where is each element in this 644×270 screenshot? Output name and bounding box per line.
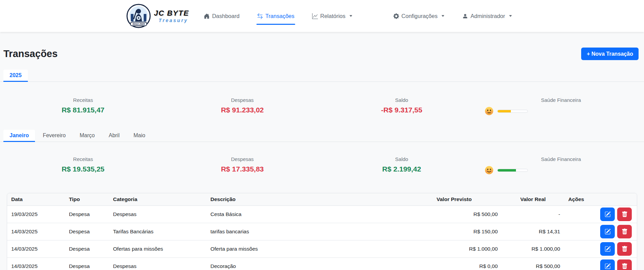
edit-button[interactable] [600,242,615,256]
nav-dashboard-label: Dashboard [212,13,239,19]
trash-icon [622,211,628,217]
brand-logo[interactable]: Since 2020 JC Byte Treasury [126,4,189,28]
saldo-value: -R$ 9.317,55 [322,106,481,114]
delete-button[interactable] [617,259,632,270]
month-saude-financeira: Saúde Financeira [481,156,641,175]
cell-valor-previsto: R$ 0,00 [407,258,502,270]
year-receitas: Receitas R$ 81.915,47 [3,97,163,115]
transactions-table: Data Tipo Categoria Descrição Valor Prev… [7,193,637,270]
month-despesas: Despesas R$ 17.335,83 [163,156,322,175]
main-nav: Dashboard Transações Relatórios [204,13,353,19]
despesas-value: R$ 17.335,83 [163,165,322,173]
edit-button[interactable] [600,259,615,270]
nav-administrador[interactable]: Administrador [462,13,512,19]
page-header: Transações + Nova Transação [0,48,644,60]
col-valor-real: Valor Real [502,193,564,206]
col-descricao: Descrição [206,193,406,206]
table-row: 19/03/2025 Despesa Despesas Cesta Básica… [7,206,637,223]
cell-valor-previsto: R$ 1.000,00 [407,240,502,258]
cell-tipo: Despesa [65,206,109,223]
delete-button[interactable] [617,208,632,221]
delete-button[interactable] [617,225,632,238]
pencil-square-icon [605,263,611,269]
nav-relatorios[interactable]: Relatórios [312,13,353,19]
tab-marco[interactable]: Março [74,130,101,142]
pencil-square-icon [605,246,611,252]
col-categoria: Categoria [109,193,207,206]
chart-line-icon [312,13,318,19]
month-tabs: Janeiro Fevereiro Março Abril Maio [0,130,644,142]
cell-categoria: Despesas [109,258,207,270]
cell-tipo: Despesa [65,240,109,258]
transfer-arrows-icon [257,13,263,19]
nav-transacoes[interactable]: Transações [257,13,294,19]
nav-relatorios-label: Relatórios [320,13,345,19]
nav-dashboard[interactable]: Dashboard [204,13,239,19]
month-health-progressbar [497,169,528,172]
person-icon [462,13,468,19]
cell-descricao: tarifas bancarias [206,223,406,240]
receitas-value: R$ 81.915,47 [3,106,163,114]
new-transaction-button[interactable]: + Nova Transação [581,48,639,60]
saldo-label: Saldo [322,97,481,103]
table-row: 14/03/2025 Despesa Ofertas para missões … [7,240,637,258]
nav-configuracoes[interactable]: Configurações [393,13,445,19]
nav-transacoes-label: Transações [265,13,294,19]
despesas-label: Despesas [163,97,322,103]
cell-descricao: Decoração [206,258,406,270]
tab-abril[interactable]: Abril [103,130,126,142]
cell-valor-real: R$ 14,31 [502,223,564,240]
brand-title: JC Byte [154,10,189,17]
month-health-fill [498,169,516,172]
cell-valor-previsto: R$ 500,00 [407,206,502,223]
cell-descricao: Cesta Básica [206,206,406,223]
brand-subtitle: Treasury [159,18,189,23]
saude-financeira-label: Saúde Financeira [481,97,641,103]
navbar-right: Configurações Administrador [393,13,512,19]
edit-button[interactable] [600,225,615,238]
month-health-indicator [481,166,641,175]
cell-valor-previsto: R$ 150,00 [407,223,502,240]
chevron-down-icon [509,14,512,18]
svg-text:Since 2020: Since 2020 [132,23,145,25]
nav-configuracoes-label: Configurações [401,13,437,19]
edit-button[interactable] [600,208,615,221]
cell-categoria: Ofertas para missões [109,240,207,258]
saude-financeira-label: Saúde Financeira [481,156,641,162]
tab-fevereiro[interactable]: Fevereiro [37,130,72,142]
year-saldo: Saldo -R$ 9.317,55 [322,97,481,115]
pencil-square-icon [605,211,611,217]
month-summary: Receitas R$ 19.535,25 Despesas R$ 17.335… [0,156,644,175]
neutral-face-emoji-icon [485,107,494,115]
receitas-value: R$ 19.535,25 [3,165,163,173]
saldo-value: R$ 2.199,42 [322,165,481,173]
year-tabs: 2025 [0,70,644,82]
tab-janeiro[interactable]: Janeiro [3,130,35,142]
table-row: 14/03/2025 Despesa Tarifas Bancárias tar… [7,223,637,240]
transactions-card: Data Tipo Categoria Descrição Valor Prev… [7,193,637,270]
year-health-indicator [481,107,641,115]
receitas-label: Receitas [3,97,163,103]
month-receitas: Receitas R$ 19.535,25 [3,156,163,175]
year-summary: Receitas R$ 81.915,47 Despesas R$ 91.233… [0,97,644,115]
cell-tipo: Despesa [65,223,109,240]
chevron-down-icon [349,14,353,18]
nav-administrador-label: Administrador [470,13,505,19]
cell-tipo: Despesa [65,258,109,270]
chevron-down-icon [441,14,445,18]
delete-button[interactable] [617,242,632,256]
cell-categoria: Tarifas Bancárias [109,223,207,240]
saldo-label: Saldo [322,156,481,162]
cell-valor-real: R$ 500,00 [502,258,564,270]
cell-date: 14/03/2025 [7,240,65,258]
trash-icon [622,229,628,235]
year-health-progressbar [497,110,528,113]
gear-icon [393,13,399,19]
tab-year-2025[interactable]: 2025 [3,70,28,82]
col-valor-previsto: Valor Previsto [407,193,502,206]
cell-categoria: Despesas [109,206,207,223]
tab-maio[interactable]: Maio [127,130,151,142]
cell-date: 14/03/2025 [7,223,65,240]
cell-descricao: Oferta para missões [206,240,406,258]
treasury-emblem-icon: Since 2020 [126,4,151,28]
